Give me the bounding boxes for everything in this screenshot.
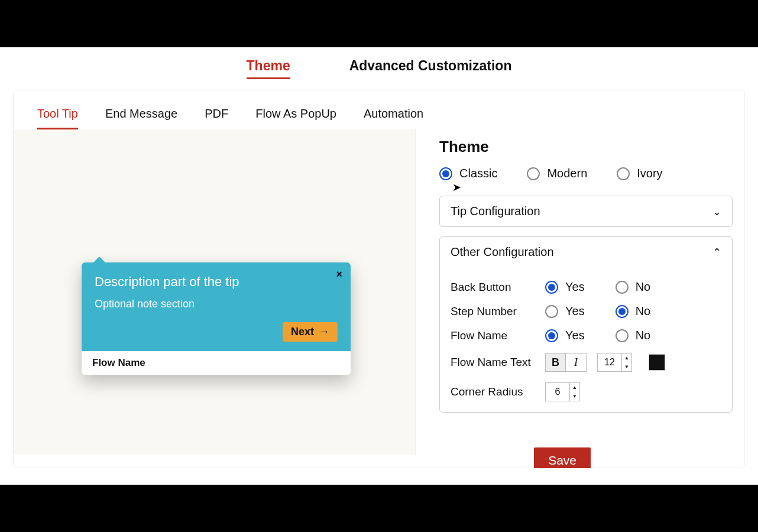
radio-icon — [545, 305, 558, 318]
font-size-input[interactable] — [598, 353, 621, 371]
theme-option-label: Classic — [459, 167, 497, 180]
close-icon[interactable]: × — [336, 268, 342, 281]
tooltip-flow-name: Flow Name — [82, 351, 351, 375]
radio-icon — [616, 281, 629, 294]
accordion-title: Tip Configuration — [451, 205, 540, 218]
yes-label: Yes — [565, 329, 585, 342]
radio-icon — [616, 329, 629, 342]
sub-tab-automation[interactable]: Automation — [364, 107, 423, 129]
font-size-stepper[interactable]: ▲ ▼ — [597, 353, 632, 372]
stepper-up-icon[interactable]: ▲ — [622, 353, 631, 362]
next-button-label: Next — [291, 326, 314, 338]
radio-icon — [439, 167, 452, 180]
tab-theme[interactable]: Theme — [247, 58, 290, 79]
no-label: No — [636, 329, 651, 342]
tooltip-arrow-icon — [93, 257, 105, 262]
back-button-no[interactable]: No — [616, 280, 651, 294]
format-group: B I — [545, 353, 587, 372]
preview-area: × Description part of the tip Optional n… — [14, 129, 416, 455]
stepper-down-icon[interactable]: ▼ — [622, 362, 631, 371]
chevron-up-icon: ⌃ — [712, 246, 721, 259]
flow-name-yes[interactable]: Yes — [545, 329, 585, 342]
color-picker[interactable] — [649, 354, 665, 371]
tooltip-note: Optional note section — [95, 298, 338, 310]
step-number-yes[interactable]: Yes — [545, 304, 585, 318]
save-button[interactable]: Save — [534, 447, 591, 468]
flow-name-text-label: Flow Name Text — [451, 356, 545, 369]
radio-icon — [617, 167, 630, 180]
accordion-tip-configuration: Tip Configuration ⌄ — [439, 196, 733, 227]
italic-button[interactable]: I — [566, 353, 586, 371]
main-panel: Tool Tip End Message PDF Flow As PopUp A… — [13, 90, 745, 468]
radio-icon — [545, 281, 558, 294]
radio-icon — [616, 305, 629, 318]
sub-tab-pdf[interactable]: PDF — [205, 107, 228, 129]
top-tabs: Theme Advanced Customization — [0, 47, 758, 85]
config-area: Theme Classic ➤ Modern Ivory Ti — [416, 129, 744, 455]
corner-radius-label: Corner Radius — [451, 385, 545, 398]
theme-radio-group: Classic ➤ Modern Ivory — [439, 167, 733, 180]
sub-tab-flow-as-popup[interactable]: Flow As PopUp — [255, 107, 336, 129]
next-button[interactable]: Next → — [283, 322, 338, 342]
theme-option-classic[interactable]: Classic ➤ — [439, 167, 497, 180]
arrow-right-icon: → — [319, 326, 329, 338]
back-button-yes[interactable]: Yes — [545, 280, 585, 294]
theme-option-label: Ivory — [637, 167, 662, 180]
theme-option-ivory[interactable]: Ivory — [617, 167, 662, 180]
yes-label: Yes — [565, 280, 585, 294]
theme-option-modern[interactable]: Modern — [527, 167, 587, 180]
accordion-header-other-configuration[interactable]: Other Configuration ⌃ — [440, 237, 732, 267]
tooltip-description: Description part of the tip — [95, 274, 338, 290]
stepper-up-icon[interactable]: ▲ — [570, 383, 579, 392]
stepper-down-icon[interactable]: ▼ — [570, 392, 579, 401]
top-black-bar — [0, 0, 758, 47]
flow-name-label: Flow Name — [451, 329, 545, 342]
corner-radius-stepper[interactable]: ▲ ▼ — [545, 382, 580, 401]
yes-label: Yes — [565, 304, 585, 318]
tooltip-preview: × Description part of the tip Optional n… — [82, 262, 351, 375]
radio-icon — [545, 329, 558, 342]
accordion-other-configuration: Other Configuration ⌃ Back Button Yes — [439, 236, 733, 413]
sub-tab-tool-tip[interactable]: Tool Tip — [37, 107, 78, 129]
sub-tabs: Tool Tip End Message PDF Flow As PopUp A… — [14, 90, 744, 129]
cursor-icon: ➤ — [452, 181, 461, 194]
step-number-label: Step Number — [451, 305, 545, 318]
corner-radius-input[interactable] — [546, 383, 569, 401]
step-number-no[interactable]: No — [616, 304, 651, 318]
sub-tab-end-message[interactable]: End Message — [105, 107, 177, 129]
accordion-header-tip-configuration[interactable]: Tip Configuration ⌄ — [440, 196, 732, 226]
accordion-title: Other Configuration — [451, 245, 554, 259]
flow-name-no[interactable]: No — [616, 329, 651, 342]
no-label: No — [636, 280, 651, 294]
theme-option-label: Modern — [547, 167, 587, 180]
tab-advanced-customization[interactable]: Advanced Customization — [349, 58, 512, 79]
chevron-down-icon: ⌄ — [712, 205, 721, 218]
back-button-label: Back Button — [451, 281, 545, 294]
radio-icon — [527, 167, 540, 180]
bold-button[interactable]: B — [546, 353, 566, 371]
no-label: No — [636, 304, 651, 318]
theme-section-title: Theme — [439, 138, 733, 156]
